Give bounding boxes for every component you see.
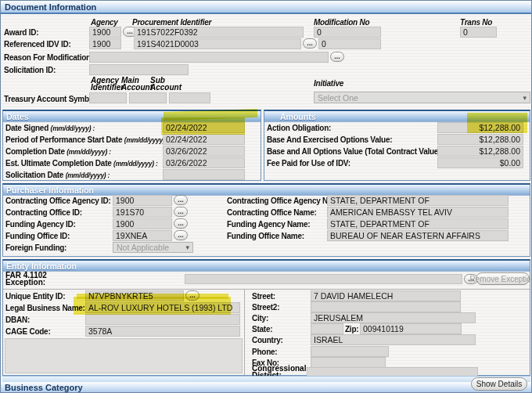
base-exercised-options-label: Base And Exercised Options Value:: [267, 135, 392, 145]
dban-field[interactable]: [85, 314, 240, 325]
funding-agency-name-label: Funding Agency Name:: [227, 219, 310, 229]
divider: [244, 290, 245, 375]
action-obligation-field[interactable]: $12,288.00: [437, 122, 523, 133]
street-label: Street:: [252, 291, 275, 301]
base-all-options-label: Base and All Options Value (Total Contra…: [267, 146, 443, 157]
treasury-account-symbol-label: Treasury Account Symbol:: [4, 94, 98, 104]
funding-office-id-field[interactable]: 19XNEA: [113, 230, 172, 241]
section-header-entity-information: Entity Information: [3, 261, 530, 272]
reason-for-modification-field[interactable]: [89, 52, 329, 63]
award-procurement-id-field[interactable]: 191S7022F0392: [134, 27, 304, 38]
action-obligation-label: Action Obligation:: [267, 123, 331, 133]
dban-label: DBAN:: [5, 315, 30, 325]
chevron-down-icon: ▾: [185, 243, 189, 251]
fee-paid-idv-field[interactable]: $0.00: [437, 157, 523, 168]
country-field[interactable]: ISRAEL: [311, 334, 476, 345]
cage-code-field[interactable]: 3578A: [85, 326, 240, 337]
tas-column-sub-account: Sub Account: [150, 77, 182, 91]
foreign-funding-label: Foreign Funding:: [5, 243, 66, 253]
funding-agency-id-field[interactable]: 1900: [113, 218, 172, 229]
section-header-amounts: Amounts: [264, 111, 530, 122]
date-signed-label: Date Signed (mm/dd/yyyy) :: [5, 123, 95, 134]
reason-for-modification-lookup-icon[interactable]: ...: [330, 52, 344, 62]
zip-field[interactable]: 009410119: [360, 323, 462, 334]
city-field[interactable]: JERUSALEM: [311, 312, 476, 323]
tas-main-account-field[interactable]: [129, 92, 167, 103]
date-signed-field[interactable]: 02/24/2022: [163, 122, 245, 133]
contracting-office-name-label: Contracting Office Name:: [227, 207, 317, 218]
entity-section: Entity Information FAR 4.1102 Exception:…: [2, 259, 530, 376]
initiative-header: Initiative: [314, 78, 343, 88]
pop-start-date-field[interactable]: 02/24/2022: [163, 134, 245, 145]
funding-agency-lookup-icon[interactable]: ...: [174, 218, 188, 229]
base-exercised-options-field[interactable]: $12,288.00: [437, 134, 523, 145]
solicitation-date-field[interactable]: [163, 169, 245, 180]
chevron-down-icon: ▾: [523, 94, 527, 102]
ultimate-completion-date-label: Est. Ultimate Completion Date (mm/dd/yyy…: [5, 158, 158, 169]
section-header-dates: Dates: [3, 111, 261, 122]
dates-section: Dates Date Signed (mm/dd/yyyy) : 02/24/2…: [2, 110, 261, 181]
referenced-idv-id-field[interactable]: 191S4021D0003: [134, 38, 301, 49]
contracting-office-lookup-icon[interactable]: ...: [174, 207, 188, 217]
street2-label: Street2:: [252, 302, 279, 312]
solicitation-id-field[interactable]: [89, 64, 189, 75]
state-field[interactable]: [311, 323, 343, 334]
award-modification-no-field[interactable]: 0: [314, 27, 381, 38]
contracting-office-name-field[interactable]: AMERICAN EMBASSY TEL AVIV: [327, 207, 509, 218]
far-exception-field[interactable]: [185, 274, 462, 284]
tas-sub-account-field[interactable]: [169, 92, 210, 103]
completion-date-label: Completion Date (mm/dd/yyyy) :: [5, 146, 111, 157]
fax-field[interactable]: [311, 357, 386, 368]
reason-for-modification-label: Reason For Modification:: [4, 52, 93, 63]
unique-entity-id-label: Unique Entity ID:: [5, 291, 65, 301]
city-label: City:: [252, 313, 268, 323]
legal-business-name-label: Legal Business Name:: [5, 303, 85, 313]
zip-label: Zip:: [345, 324, 358, 334]
tas-column-main-account: Main Account: [121, 77, 153, 91]
referenced-idv-agency-field[interactable]: 1900: [89, 38, 121, 49]
phone-field[interactable]: [311, 346, 389, 357]
solicitation-date-label: Solicitation Date (mm/dd/yyyy) :: [5, 170, 110, 181]
initiative-select[interactable]: Select One ▾: [314, 92, 530, 103]
unique-entity-id-lookup-icon[interactable]: ...: [185, 290, 200, 301]
base-all-options-field[interactable]: $12,288.00: [437, 146, 523, 157]
street2-field[interactable]: [311, 301, 461, 312]
contracting-office-agency-id-field[interactable]: 1900: [113, 195, 172, 206]
entity-left-empty-panel: [5, 338, 243, 373]
funding-office-name-field[interactable]: BUREAU OF NEAR EASTERN AFFAIRS: [327, 230, 509, 241]
far-exception-label: FAR 4.1102 Exception:: [5, 272, 47, 286]
award-id-label: Award ID:: [4, 27, 38, 38]
contracting-office-agency-id-label: Contracting Office Agency ID:: [5, 196, 111, 206]
referenced-idv-label: Referenced IDV ID:: [4, 39, 71, 49]
ultimate-completion-date-field[interactable]: 03/26/2022: [163, 157, 245, 168]
unique-entity-id-field[interactable]: N7VPBNYKRTE5: [85, 290, 184, 301]
divider: [3, 289, 530, 290]
funding-agency-id-label: Funding Agency ID:: [5, 219, 76, 229]
purchaser-section: Purchaser Information Contracting Office…: [2, 183, 530, 257]
section-header-document-information: Document Information: [1, 1, 532, 14]
section-header-business-category: Business Category: [1, 382, 532, 393]
section-header-purchaser-information: Purchaser Information: [3, 185, 530, 196]
completion-date-field[interactable]: 03/26/2022: [163, 146, 245, 157]
contracting-office-agency-lookup-icon[interactable]: ...: [174, 195, 188, 205]
contracting-office-agency-name-field[interactable]: STATE, DEPARTMENT OF: [327, 195, 509, 206]
legal-business-name-field[interactable]: AL-ROV LUXURY HOTELS (1993) LTD: [85, 302, 240, 313]
funding-agency-name-field[interactable]: STATE, DEPARTMENT OF: [327, 218, 509, 229]
tas-agency-identifier-field[interactable]: [89, 92, 127, 103]
tas-column-agency-identifier: Agency Identifier: [91, 77, 124, 91]
award-agency-field[interactable]: 1900: [89, 27, 121, 38]
country-label: Country:: [252, 335, 283, 345]
cage-code-label: CAGE Code:: [5, 326, 51, 337]
amounts-section: Amounts Action Obligation: $12,288.00 Ba…: [264, 110, 530, 181]
pop-start-date-label: Period of Performance Start Date (mm/dd/…: [5, 135, 168, 146]
state-label: State:: [252, 324, 272, 334]
referenced-idv-lookup-icon[interactable]: ...: [303, 38, 317, 49]
foreign-funding-select[interactable]: Not Applicable ▾: [113, 242, 193, 253]
remove-exception-button[interactable]: Remove Exception: [476, 272, 530, 285]
referenced-idv-mod-field[interactable]: 0: [318, 38, 381, 49]
award-trans-no-field[interactable]: 0: [460, 27, 497, 38]
street-field[interactable]: 7 DAVID HAMELECH: [311, 290, 461, 301]
show-details-button[interactable]: Show Details: [471, 377, 527, 391]
contracting-office-id-field[interactable]: 191S70: [113, 207, 172, 218]
funding-office-lookup-icon[interactable]: ...: [174, 230, 188, 240]
